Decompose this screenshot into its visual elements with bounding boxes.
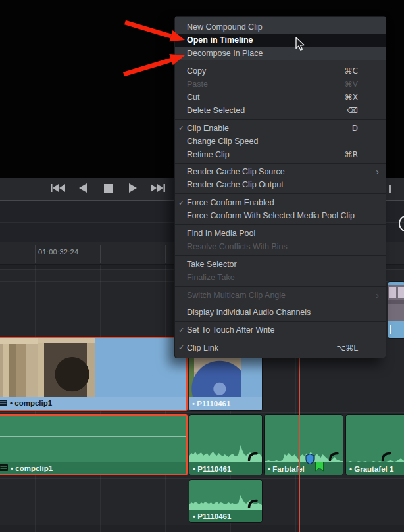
menu-item-delete-selected[interactable]: Delete Selected⌫: [175, 104, 386, 117]
v2-clip-label-bar: [388, 321, 404, 338]
menu-item-label: Force Conform With Selected Media Pool C…: [187, 211, 355, 220]
menu-separator: [175, 253, 386, 258]
menu-item-new-compound-clip[interactable]: New Compound Clip: [175, 20, 386, 34]
clip-name-bar: compclip1: [0, 462, 186, 474]
menu-item-label: Delete Selected: [187, 106, 245, 115]
volume-line[interactable]: [346, 435, 404, 435]
menu-item-open-in-timeline[interactable]: Open in Timeline: [175, 34, 386, 47]
skip-end-button[interactable]: [150, 181, 166, 195]
menu-item-label: Set To Touch After Write: [187, 326, 274, 335]
menu-item-label: Switch Multicam Clip Angle: [187, 291, 286, 300]
menu-item-paste: Paste⌘V: [175, 78, 386, 91]
audio-clip-grautafel-1[interactable]: Grautafel 1: [345, 414, 404, 475]
menu-item-finalize-take: Finalize Take: [175, 271, 386, 284]
play-reverse-button[interactable]: [75, 181, 91, 195]
menu-item-clip-link[interactable]: ✓Clip Link⌥⌘L: [175, 341, 386, 354]
menu-item-label: Clip Link: [187, 343, 218, 352]
menu-item-retime-clip[interactable]: Retime Clip⌘R: [175, 148, 386, 161]
menu-separator: [175, 60, 386, 64]
audio-link-icon: [247, 451, 259, 461]
menu-item-label: Render Cache Clip Source: [187, 167, 285, 176]
menu-group: Render Cache Clip Source›Render Cache Cl…: [175, 165, 386, 191]
menu-item-take-selector[interactable]: Take Selector: [175, 258, 386, 271]
menu-item-render-cache-clip-source[interactable]: Render Cache Clip Source›: [175, 165, 386, 178]
clip-thumbnail: [0, 338, 38, 397]
lane-divider: [0, 478, 404, 479]
menu-item-decompose-in-place[interactable]: Decompose In Place: [175, 47, 386, 60]
skip-start-icon: [51, 183, 65, 193]
menu-item-shortcut: D: [352, 124, 358, 133]
menu-item-label: Clip Enable: [187, 124, 229, 133]
menu-item-shortcut: ⌥⌘L: [336, 343, 358, 352]
transport-bar-right-fragment: [389, 185, 391, 193]
checkmark-icon: ✓: [178, 326, 187, 335]
menu-item-cut[interactable]: Cut⌘X: [175, 91, 386, 104]
volume-line[interactable]: [189, 435, 262, 435]
menu-item-label: Take Selector: [187, 260, 237, 269]
checkmark-icon: ✓: [178, 199, 187, 207]
menu-item-force-conform-enabled[interactable]: ✓Force Conform Enabled: [175, 196, 386, 209]
menu-item-shortcut: ⌘V: [345, 80, 358, 89]
audio-clip-p1110461-a1[interactable]: P1110461: [189, 414, 263, 475]
checkmark-icon: ✓: [178, 124, 187, 132]
stop-button[interactable]: [100, 181, 116, 195]
menu-group: Copy⌘CPaste⌘VCut⌘XDelete Selected⌫: [175, 64, 386, 117]
menu-item-copy[interactable]: Copy⌘C: [175, 64, 386, 78]
volume-line[interactable]: [189, 493, 262, 493]
menu-item-label: Open in Timeline: [187, 36, 253, 45]
menu-item-label: Display Individual Audio Channels: [187, 308, 311, 317]
menu-item-change-clip-speed[interactable]: Change Clip Speed: [175, 135, 386, 148]
menu-group: ✓Clip EnableDChange Clip SpeedRetime Cli…: [175, 122, 386, 161]
menu-item-shortcut: ⌘X: [345, 93, 358, 102]
audio-link-icon: [247, 498, 259, 508]
volume-line[interactable]: [265, 435, 343, 435]
menu-group: ✓Clip Link⌥⌘L: [175, 341, 386, 358]
transport-buttons: [50, 181, 166, 195]
stop-icon: [104, 184, 113, 193]
menu-item-set-to-touch-after-write[interactable]: ✓Set To Touch After Write: [175, 324, 386, 337]
clip-name: P1110461: [193, 512, 231, 520]
menu-item-force-conform-with-selected-media-pool-clip[interactable]: Force Conform With Selected Media Pool C…: [175, 209, 386, 222]
audio-waveform: [346, 444, 404, 462]
menu-item-label: Decompose In Place: [187, 49, 263, 58]
menu-item-display-individual-audio-channels[interactable]: Display Individual Audio Channels: [175, 306, 386, 319]
menu-item-label: Finalize Take: [187, 273, 235, 282]
audio-clip-p1110461-a2[interactable]: P1110461: [189, 479, 263, 523]
ruler-tick: [35, 245, 36, 263]
menu-group: New Compound ClipOpen in TimelineDecompo…: [175, 17, 386, 60]
ruler-tick: [100, 245, 101, 263]
menu-item-switch-multicam-clip-angle: Switch Multicam Clip Angle›: [175, 289, 386, 302]
video-clip-compclip1[interactable]: compclip1: [0, 337, 188, 411]
skip-start-button[interactable]: [50, 181, 66, 195]
menu-group: Switch Multicam Clip Angle›: [175, 289, 386, 302]
clip-name: P1110461: [192, 400, 230, 408]
menu-item-label: Copy: [187, 66, 206, 76]
clip-name-bar: P1110461: [189, 510, 262, 522]
skip-end-icon: [151, 183, 165, 193]
menu-separator: [175, 117, 386, 122]
v2-clip-partial[interactable]: [388, 281, 404, 339]
checkmark-icon: ✓: [178, 343, 187, 352]
menu-item-clip-enable[interactable]: ✓Clip EnableD: [175, 122, 386, 135]
menu-item-shortcut: ⌘R: [345, 150, 358, 159]
menu-separator: [175, 191, 386, 196]
compound-clip-icon: [0, 400, 8, 407]
audio-clip-compclip1[interactable]: compclip1: [0, 414, 188, 475]
clip-name-bar: Farbtafel: [265, 462, 343, 475]
play-button[interactable]: [125, 181, 141, 195]
menu-item-label: Change Clip Speed: [187, 137, 258, 146]
audio-clip-farbtafel[interactable]: Farbtafel: [264, 414, 343, 475]
green-flag-marker-icon[interactable]: [315, 462, 324, 472]
blue-marker-icon[interactable]: [305, 454, 315, 464]
menu-item-label: Force Conform Enabled: [187, 198, 274, 207]
submenu-arrow-icon: ›: [376, 291, 379, 300]
menu-item-label: Resolve Conflicts With Bins: [187, 242, 288, 251]
play-icon: [129, 183, 137, 193]
clip-name-bar: Grautafel 1: [346, 462, 404, 475]
lane-divider: [0, 412, 404, 413]
menu-item-render-cache-clip-output[interactable]: Render Cache Clip Output: [175, 178, 386, 191]
ruler-timecode: 01:00:32:24: [38, 248, 78, 256]
volume-line[interactable]: [0, 436, 186, 437]
menu-item-find-in-media-pool[interactable]: Find In Media Pool: [175, 227, 386, 240]
menu-group: Display Individual Audio Channels: [175, 306, 386, 319]
